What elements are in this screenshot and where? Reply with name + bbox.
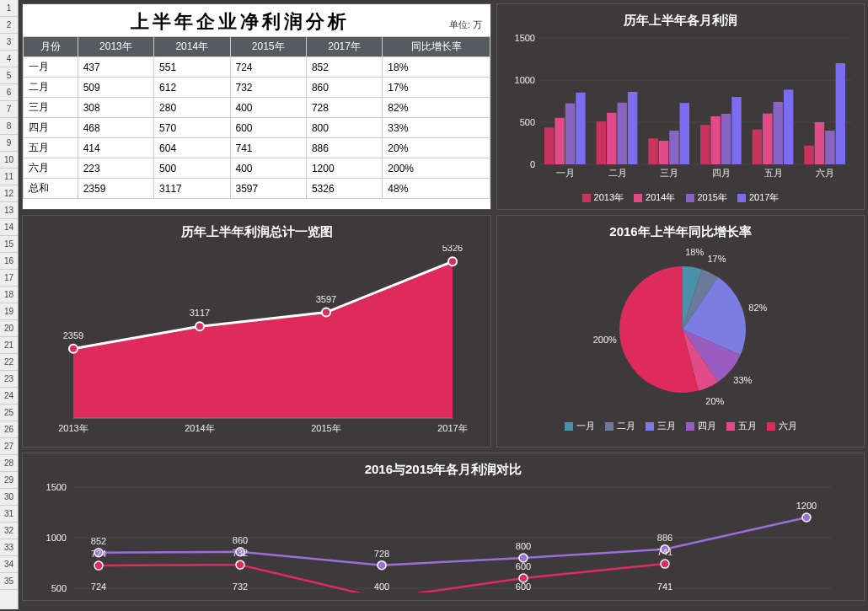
svg-text:600: 600 <box>516 561 531 571</box>
svg-text:1500: 1500 <box>46 483 67 492</box>
table-row: 五月41460474188620% <box>24 138 490 158</box>
pie-chart-panel: 2016年上半年同比增长率 18%17%82%33%20%200% 一月二月三月… <box>496 215 865 448</box>
svg-rect-33 <box>804 146 813 164</box>
table-row: 二月50961273286017% <box>24 78 490 98</box>
bar-chart-title: 历年上半年各月利润 <box>506 13 855 29</box>
svg-rect-23 <box>700 125 710 164</box>
svg-point-48 <box>448 257 457 265</box>
table-header: 2017年 <box>306 37 382 57</box>
svg-point-42 <box>196 322 204 330</box>
svg-text:732: 732 <box>233 582 248 592</box>
table-row: 三月30828040072882% <box>24 98 490 118</box>
line-chart: 5001000150085286072880088612007247324006… <box>31 483 849 592</box>
bar-chart: 050010001500一月二月三月四月五月六月 <box>506 34 860 185</box>
table-header: 月份 <box>24 37 78 57</box>
svg-rect-18 <box>648 138 657 164</box>
table-header: 2014年 <box>154 37 230 57</box>
svg-text:600: 600 <box>516 582 531 592</box>
svg-text:500: 500 <box>51 583 67 592</box>
svg-text:1500: 1500 <box>515 34 535 43</box>
pie-chart: 18%17%82%33%20%200% <box>506 245 860 414</box>
table-row: 六月2235004001200200% <box>24 158 490 179</box>
svg-rect-16 <box>628 92 637 164</box>
svg-text:四月: 四月 <box>712 168 731 178</box>
svg-rect-19 <box>659 141 668 164</box>
svg-text:741: 741 <box>657 582 672 592</box>
svg-point-78 <box>236 560 244 569</box>
table-header: 同比增长率 <box>383 37 490 57</box>
svg-text:20%: 20% <box>705 396 724 406</box>
svg-text:728: 728 <box>374 549 389 559</box>
area-chart-title: 历年上半年利润总计一览图 <box>31 224 482 240</box>
svg-rect-13 <box>597 121 606 164</box>
svg-text:400: 400 <box>374 582 389 592</box>
svg-rect-36 <box>836 63 845 164</box>
svg-text:三月: 三月 <box>660 168 678 178</box>
svg-text:2015年: 2015年 <box>311 423 340 433</box>
line-chart-title: 2016与2015年各月利润对比 <box>31 462 855 478</box>
svg-rect-8 <box>544 127 554 164</box>
table-row: 总和235931173597532648% <box>24 179 490 199</box>
table-panel: 上半年企业净利润分析 单位: 万 月份2013年2014年2015年2017年同… <box>22 3 491 210</box>
svg-text:一月: 一月 <box>556 168 575 178</box>
svg-rect-21 <box>680 103 689 164</box>
svg-rect-31 <box>784 89 793 164</box>
line-chart-panel: 2016与2015年各月利润对比 50010001500852860728800… <box>22 453 865 601</box>
svg-text:732: 732 <box>233 548 248 558</box>
svg-point-39 <box>69 345 78 353</box>
svg-text:3597: 3597 <box>316 294 336 304</box>
svg-rect-15 <box>618 103 627 164</box>
svg-text:1200: 1200 <box>796 501 817 511</box>
svg-rect-20 <box>669 131 678 164</box>
svg-text:5326: 5326 <box>442 245 463 253</box>
svg-text:3117: 3117 <box>190 308 210 318</box>
svg-text:0: 0 <box>530 159 535 169</box>
svg-text:五月: 五月 <box>764 168 783 178</box>
svg-point-76 <box>94 561 103 570</box>
svg-text:18%: 18% <box>685 247 704 257</box>
svg-text:741: 741 <box>657 547 672 557</box>
table-row: 四月46857060080033% <box>24 118 490 138</box>
svg-text:1000: 1000 <box>515 75 535 85</box>
svg-text:82%: 82% <box>748 303 767 313</box>
svg-text:1000: 1000 <box>46 533 67 543</box>
svg-rect-35 <box>825 131 834 164</box>
svg-rect-29 <box>763 114 772 164</box>
svg-point-74 <box>802 513 811 522</box>
pie-chart-legend: 一月二月三月四月五月六月 <box>506 420 855 432</box>
page-title: 上半年企业净利润分析 <box>31 9 449 35</box>
svg-text:33%: 33% <box>733 375 752 385</box>
svg-text:2014年: 2014年 <box>185 423 214 433</box>
bar-chart-legend: 2013年2014年2015年2017年 <box>506 191 855 204</box>
svg-text:886: 886 <box>657 533 672 543</box>
svg-rect-24 <box>710 116 720 164</box>
bar-chart-panel: 历年上半年各月利润 050010001500一月二月三月四月五月六月 2013年… <box>496 3 865 210</box>
svg-text:852: 852 <box>91 536 106 546</box>
svg-text:2017年: 2017年 <box>437 423 467 433</box>
svg-rect-10 <box>565 104 575 164</box>
svg-rect-9 <box>555 118 564 164</box>
svg-text:2013年: 2013年 <box>58 423 88 433</box>
svg-text:800: 800 <box>516 541 531 551</box>
svg-text:二月: 二月 <box>608 168 627 178</box>
svg-text:六月: 六月 <box>816 168 834 178</box>
svg-text:860: 860 <box>233 535 248 545</box>
svg-text:17%: 17% <box>707 254 726 264</box>
pie-chart-title: 2016年上半年同比增长率 <box>506 224 855 240</box>
svg-point-68 <box>378 561 386 570</box>
row-headers: 1234567891011121314151617181920212223242… <box>0 0 19 609</box>
svg-point-84 <box>661 560 669 568</box>
svg-rect-11 <box>576 93 585 164</box>
svg-rect-14 <box>607 113 616 164</box>
svg-rect-26 <box>731 97 741 164</box>
table-row: 一月43755172485218% <box>24 57 490 78</box>
svg-text:2359: 2359 <box>63 330 83 340</box>
svg-rect-30 <box>774 102 783 164</box>
svg-text:200%: 200% <box>593 335 617 345</box>
area-chart-panel: 历年上半年利润总计一览图 23592013年31172014年35972015年… <box>22 215 491 448</box>
svg-text:500: 500 <box>520 117 535 127</box>
unit-label: 单位: 万 <box>449 19 482 31</box>
svg-point-45 <box>322 308 330 317</box>
area-chart: 23592013年31172014年35972015年53262017年 <box>31 245 478 439</box>
profit-table: 月份2013年2014年2015年2017年同比增长率 一月4375517248… <box>23 36 490 199</box>
